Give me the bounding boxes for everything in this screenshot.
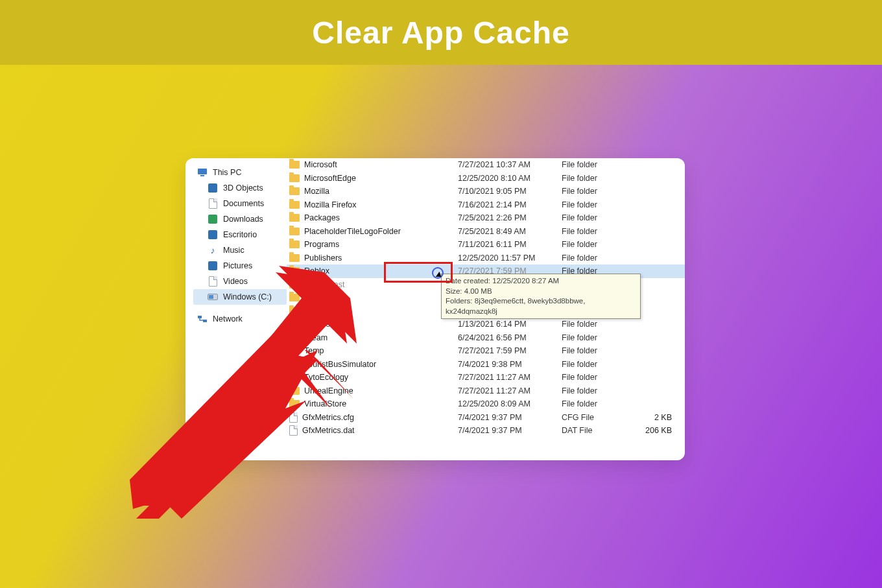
file-list[interactable]: Microsoft7/27/2021 10:37 AMFile folderMi… [287,158,685,460]
file-date: 7/16/2021 2:14 PM [458,200,562,209]
file-date: 7/27/2021 11:27 AM [458,386,562,395]
file-name: PlaceholderTileLogoFolder [304,227,401,236]
svg-rect-0 [198,169,207,174]
file-icon [208,276,218,287]
sidebar-item-label: Network [213,314,243,323]
file-type: File folder [562,399,639,408]
sidebar-item-pictures[interactable]: Pictures [193,258,287,274]
tooltip-line: Size: 4.00 MB [446,287,636,297]
file-date: 12/25/2020 8:09 AM [458,399,562,408]
file-name: speech [304,307,330,316]
table-row[interactable]: MicrosoftEdge12/25/2020 8:10 AMFile fold… [287,172,685,185]
object-icon [208,183,218,193]
sidebar-item-videos[interactable]: Videos [193,274,287,289]
file-date: 7/27/2021 11:27 AM [458,373,562,382]
pc-icon [197,167,208,178]
folder-icon [289,400,300,408]
folder-icon [289,267,300,275]
table-row[interactable]: Packages7/25/2021 2:26 PMFile folder [287,211,685,225]
sidebar-item-label: Pictures [223,261,252,270]
table-row[interactable]: TouristBusSimulator7/4/2021 9:38 PMFile … [287,358,685,371]
table-row[interactable]: PlaceholderTileLogoFolder7/25/2021 8:49 … [287,225,685,239]
file-date: 7/4/2021 9:38 PM [458,360,562,369]
sidebar-item-label: 3D Objects [223,183,263,193]
folder-icon [289,373,300,381]
table-row[interactable]: Steam6/24/2021 6:56 PMFile folder [287,331,685,345]
sidebar-item-escritorio[interactable]: Escritorio [193,227,287,242]
disk-icon [208,292,218,302]
file-icon [289,425,298,436]
folder-icon [289,360,300,368]
sidebar-item-label: This PC [213,168,241,177]
file-date: 7/10/2021 9:05 PM [458,187,562,196]
folder-icon [289,214,300,222]
file-date: 6/24/2021 6:56 PM [458,333,562,342]
sidebar-item-label: Videos [223,277,248,286]
table-row[interactable]: SquirrelTemp1/13/2021 6:14 PMFile folder [287,318,685,331]
file-type: CFG File [562,413,639,422]
file-name: Steam [304,333,328,342]
folder-icon [289,228,300,235]
table-row[interactable]: Microsoft7/27/2021 10:37 AMFile folder [287,158,685,172]
file-name: MicrosoftEdge [304,174,356,183]
file-date: 7/27/2021 10:37 AM [458,160,562,169]
table-row[interactable]: GfxMetrics.cfg7/4/2021 9:37 PMCFG File2 … [287,411,685,425]
file-date: 7/11/2021 6:11 PM [458,240,562,249]
svg-rect-1 [200,175,204,176]
folder-icon [289,161,300,169]
folder-icon [289,201,300,209]
sidebar-item-label: Escritorio [223,230,257,239]
sidebar-item-network[interactable]: Network [193,311,287,327]
folder-icon [289,241,300,248]
folder-icon [289,334,300,342]
file-name: Packages [304,213,340,222]
file-name: TytoEcology [304,373,348,382]
folder-icon [289,187,300,195]
page-title: Clear App Cache [312,15,569,51]
navigation-pane: This PC3D ObjectsDocumentsDownloadsEscri… [185,158,287,460]
file-name: GfxMetrics.dat [302,426,355,435]
svg-rect-2 [198,316,202,318]
sidebar-item-this-pc[interactable]: This PC [193,165,287,180]
sidebar-item-music[interactable]: ♪Music [193,242,287,258]
sidebar-item-label: Downloads [223,215,263,224]
table-row[interactable]: Mozilla Firefox7/16/2021 2:14 PMFile fol… [287,198,685,212]
table-row[interactable]: VirtualStore12/25/2020 8:09 AMFile folde… [287,397,685,411]
table-row[interactable]: TytoEcology7/27/2021 11:27 AMFile folder [287,371,685,384]
tooltip-line: Date created: 12/25/2020 8:27 AM [446,276,636,287]
file-name: Mozilla Firefox [304,200,357,209]
file-type: File folder [562,187,639,196]
file-type: File folder [562,213,639,222]
folder-icon [289,294,300,301]
file-name: UnrealEngine [304,386,353,395]
table-row[interactable]: GfxMetrics.dat7/4/2021 9:37 PMDAT File20… [287,424,685,438]
table-row[interactable]: Publishers12/25/2020 11:57 PMFile folder [287,252,685,265]
title-banner: Clear App Cache [0,0,882,65]
file-size: 2 KB [639,413,678,422]
file-name: Screencast [304,280,345,289]
file-name: Roblox [304,266,329,276]
file-date: 12/25/2020 11:57 PM [458,253,562,263]
file-name: Programs [304,240,339,249]
file-date: 7/25/2021 8:49 AM [458,227,562,236]
file-date: 7/4/2021 9:37 PM [458,413,562,422]
file-size: 206 KB [639,426,678,435]
file-name: Softdeluxe [304,293,342,302]
sidebar-item-3d-objects[interactable]: 3D Objects [193,180,287,196]
table-row[interactable]: Mozilla7/10/2021 9:05 PMFile folder [287,185,685,198]
table-row[interactable]: Programs7/11/2021 6:11 PMFile folder [287,238,685,252]
file-explorer-window: This PC3D ObjectsDocumentsDownloadsEscri… [185,158,685,460]
folder-icon [289,387,300,395]
tooltip-line: Folders: 8j3eq9eme6ctt, 8wekyb3d8bbwe, k… [446,296,636,316]
table-row[interactable]: UnrealEngine7/27/2021 11:27 AMFile folde… [287,384,685,398]
music-icon: ♪ [208,245,218,255]
file-name: TouristBusSimulator [304,360,376,369]
table-row[interactable]: Temp7/27/2021 7:59 PMFile folder [287,344,685,358]
file-name: SquirrelTemp [304,320,352,329]
file-type: File folder [562,386,639,395]
folder-icon [289,320,300,328]
sidebar-item-windows-c-[interactable]: Windows (C:) [193,289,287,305]
sidebar-item-downloads[interactable]: Downloads [193,211,287,227]
folder-icon [289,307,300,315]
sidebar-item-documents[interactable]: Documents [193,196,287,211]
